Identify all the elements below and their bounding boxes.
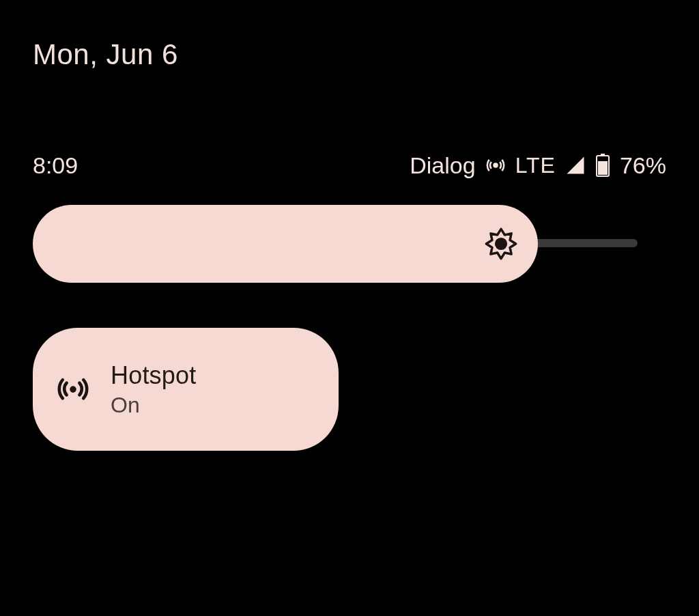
signal-icon [565, 155, 586, 176]
carrier-label: Dialog [410, 152, 475, 179]
battery-icon [595, 154, 610, 177]
svg-point-5 [495, 238, 507, 250]
hotspot-tile[interactable]: Hotspot On [33, 328, 339, 451]
clock-label: 8:09 [33, 152, 78, 179]
hotspot-tile-title: Hotspot [111, 361, 196, 390]
status-bar: 8:09 Dialog LTE [33, 149, 666, 182]
hotspot-icon [56, 371, 90, 408]
svg-point-6 [70, 386, 76, 393]
hotspot-tile-labels: Hotspot On [111, 361, 196, 418]
battery-percent-label: 76% [620, 152, 666, 179]
brightness-slider[interactable] [33, 205, 538, 283]
statusbar-right: Dialog LTE 76% [410, 152, 666, 179]
brightness-icon [483, 226, 519, 262]
network-type-label: LTE [515, 153, 556, 178]
hotspot-status-icon [485, 155, 506, 176]
svg-point-0 [493, 163, 498, 168]
date-label: Mon, Jun 6 [33, 38, 178, 71]
svg-rect-3 [598, 161, 608, 175]
hotspot-tile-subtitle: On [111, 393, 196, 418]
